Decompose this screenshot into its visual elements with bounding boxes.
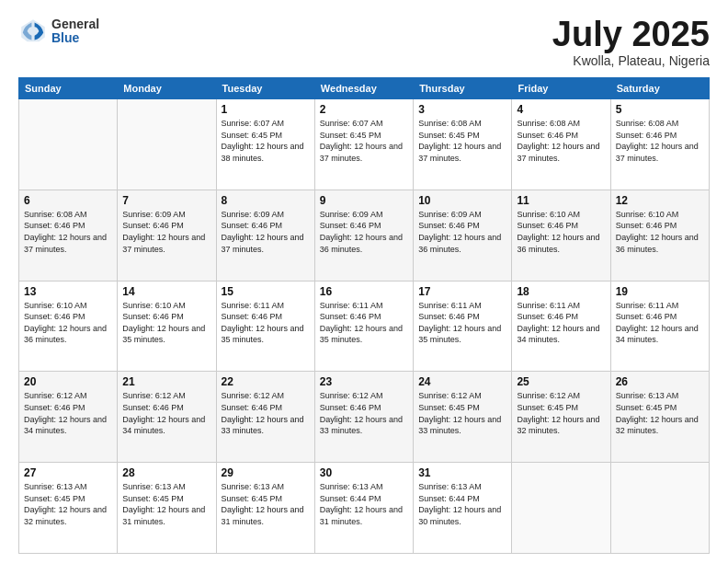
day-number: 27 <box>24 466 112 479</box>
header-tuesday: Tuesday <box>216 78 314 99</box>
table-row <box>610 463 709 554</box>
day-number: 8 <box>222 194 310 207</box>
day-info: Sunrise: 6:13 AMSunset: 6:44 PMDaylight:… <box>418 481 506 527</box>
table-row: 15Sunrise: 6:11 AMSunset: 6:46 PMDayligh… <box>216 281 314 372</box>
day-info: Sunrise: 6:10 AMSunset: 6:46 PMDaylight:… <box>122 300 210 346</box>
day-info: Sunrise: 6:08 AMSunset: 6:46 PMDaylight:… <box>517 118 605 164</box>
day-number: 13 <box>24 285 112 298</box>
day-info: Sunrise: 6:08 AMSunset: 6:46 PMDaylight:… <box>24 209 112 255</box>
day-number: 6 <box>24 194 112 207</box>
day-number: 30 <box>320 466 408 479</box>
day-number: 23 <box>320 375 408 388</box>
day-number: 1 <box>222 103 310 116</box>
day-info: Sunrise: 6:09 AMSunset: 6:46 PMDaylight:… <box>418 209 506 255</box>
table-row: 9Sunrise: 6:09 AMSunset: 6:46 PMDaylight… <box>314 190 413 281</box>
week-row-4: 27Sunrise: 6:13 AMSunset: 6:45 PMDayligh… <box>19 463 710 554</box>
header-wednesday: Wednesday <box>314 78 413 99</box>
day-number: 9 <box>320 194 408 207</box>
day-number: 21 <box>122 375 210 388</box>
table-row: 27Sunrise: 6:13 AMSunset: 6:45 PMDayligh… <box>19 463 118 554</box>
day-info: Sunrise: 6:08 AMSunset: 6:45 PMDaylight:… <box>418 118 506 164</box>
day-number: 3 <box>418 103 506 116</box>
table-row: 26Sunrise: 6:13 AMSunset: 6:45 PMDayligh… <box>610 372 709 463</box>
day-number: 11 <box>517 194 605 207</box>
day-info: Sunrise: 6:11 AMSunset: 6:46 PMDaylight:… <box>418 300 506 346</box>
table-row: 28Sunrise: 6:13 AMSunset: 6:45 PMDayligh… <box>118 463 216 554</box>
calendar-subtitle: Kwolla, Plateau, Nigeria <box>552 53 710 68</box>
table-row: 7Sunrise: 6:09 AMSunset: 6:46 PMDaylight… <box>118 190 216 281</box>
day-number: 28 <box>122 466 210 479</box>
weekday-header-row: Sunday Monday Tuesday Wednesday Thursday… <box>19 78 710 99</box>
table-row: 29Sunrise: 6:13 AMSunset: 6:45 PMDayligh… <box>216 463 314 554</box>
day-info: Sunrise: 6:12 AMSunset: 6:45 PMDaylight:… <box>517 390 605 436</box>
day-info: Sunrise: 6:13 AMSunset: 6:45 PMDaylight:… <box>222 481 310 527</box>
table-row <box>512 463 610 554</box>
table-row: 13Sunrise: 6:10 AMSunset: 6:46 PMDayligh… <box>19 281 118 372</box>
day-info: Sunrise: 6:12 AMSunset: 6:45 PMDaylight:… <box>418 390 506 436</box>
header-monday: Monday <box>118 78 216 99</box>
table-row: 2Sunrise: 6:07 AMSunset: 6:45 PMDaylight… <box>314 99 413 190</box>
day-number: 22 <box>222 375 310 388</box>
day-info: Sunrise: 6:09 AMSunset: 6:46 PMDaylight:… <box>222 209 310 255</box>
table-row: 5Sunrise: 6:08 AMSunset: 6:46 PMDaylight… <box>610 99 709 190</box>
calendar-title: July 2025 <box>552 17 710 52</box>
day-number: 29 <box>222 466 310 479</box>
day-number: 24 <box>418 375 506 388</box>
day-info: Sunrise: 6:12 AMSunset: 6:46 PMDaylight:… <box>222 390 310 436</box>
table-row: 24Sunrise: 6:12 AMSunset: 6:45 PMDayligh… <box>414 372 512 463</box>
day-number: 15 <box>222 285 310 298</box>
day-info: Sunrise: 6:10 AMSunset: 6:46 PMDaylight:… <box>517 209 605 255</box>
day-info: Sunrise: 6:10 AMSunset: 6:46 PMDaylight:… <box>616 209 704 255</box>
day-info: Sunrise: 6:11 AMSunset: 6:46 PMDaylight:… <box>320 300 408 346</box>
day-number: 7 <box>122 194 210 207</box>
table-row: 16Sunrise: 6:11 AMSunset: 6:46 PMDayligh… <box>314 281 413 372</box>
title-block: July 2025 Kwolla, Plateau, Nigeria <box>552 17 710 68</box>
day-number: 2 <box>320 103 408 116</box>
day-info: Sunrise: 6:13 AMSunset: 6:45 PMDaylight:… <box>24 481 112 527</box>
day-number: 16 <box>320 285 408 298</box>
day-info: Sunrise: 6:12 AMSunset: 6:46 PMDaylight:… <box>24 390 112 436</box>
table-row: 1Sunrise: 6:07 AMSunset: 6:45 PMDaylight… <box>216 99 314 190</box>
day-info: Sunrise: 6:12 AMSunset: 6:46 PMDaylight:… <box>320 390 408 436</box>
page: General Blue July 2025 Kwolla, Plateau, … <box>0 0 728 563</box>
table-row: 19Sunrise: 6:11 AMSunset: 6:46 PMDayligh… <box>610 281 709 372</box>
table-row: 25Sunrise: 6:12 AMSunset: 6:45 PMDayligh… <box>512 372 610 463</box>
day-info: Sunrise: 6:11 AMSunset: 6:46 PMDaylight:… <box>616 300 704 346</box>
week-row-0: 1Sunrise: 6:07 AMSunset: 6:45 PMDaylight… <box>19 99 710 190</box>
logo: General Blue <box>18 17 99 46</box>
day-info: Sunrise: 6:12 AMSunset: 6:46 PMDaylight:… <box>122 390 210 436</box>
table-row: 4Sunrise: 6:08 AMSunset: 6:46 PMDaylight… <box>512 99 610 190</box>
table-row <box>118 99 216 190</box>
header-sunday: Sunday <box>19 78 118 99</box>
table-row: 6Sunrise: 6:08 AMSunset: 6:46 PMDaylight… <box>19 190 118 281</box>
table-row: 12Sunrise: 6:10 AMSunset: 6:46 PMDayligh… <box>610 190 709 281</box>
table-row: 30Sunrise: 6:13 AMSunset: 6:44 PMDayligh… <box>314 463 413 554</box>
header-saturday: Saturday <box>610 78 709 99</box>
day-info: Sunrise: 6:11 AMSunset: 6:46 PMDaylight:… <box>517 300 605 346</box>
week-row-3: 20Sunrise: 6:12 AMSunset: 6:46 PMDayligh… <box>19 372 710 463</box>
header: General Blue July 2025 Kwolla, Plateau, … <box>18 17 710 68</box>
table-row <box>19 99 118 190</box>
day-info: Sunrise: 6:13 AMSunset: 6:45 PMDaylight:… <box>616 390 704 436</box>
day-info: Sunrise: 6:10 AMSunset: 6:46 PMDaylight:… <box>24 300 112 346</box>
table-row: 20Sunrise: 6:12 AMSunset: 6:46 PMDayligh… <box>19 372 118 463</box>
table-row: 10Sunrise: 6:09 AMSunset: 6:46 PMDayligh… <box>414 190 512 281</box>
day-number: 25 <box>517 375 605 388</box>
day-info: Sunrise: 6:09 AMSunset: 6:46 PMDaylight:… <box>320 209 408 255</box>
table-row: 21Sunrise: 6:12 AMSunset: 6:46 PMDayligh… <box>118 372 216 463</box>
day-info: Sunrise: 6:13 AMSunset: 6:44 PMDaylight:… <box>320 481 408 527</box>
day-number: 10 <box>418 194 506 207</box>
day-number: 26 <box>616 375 704 388</box>
table-row: 18Sunrise: 6:11 AMSunset: 6:46 PMDayligh… <box>512 281 610 372</box>
day-number: 14 <box>122 285 210 298</box>
table-row: 23Sunrise: 6:12 AMSunset: 6:46 PMDayligh… <box>314 372 413 463</box>
day-number: 31 <box>418 466 506 479</box>
day-info: Sunrise: 6:13 AMSunset: 6:45 PMDaylight:… <box>122 481 210 527</box>
day-info: Sunrise: 6:11 AMSunset: 6:46 PMDaylight:… <box>222 300 310 346</box>
week-row-2: 13Sunrise: 6:10 AMSunset: 6:46 PMDayligh… <box>19 281 710 372</box>
header-friday: Friday <box>512 78 610 99</box>
table-row: 14Sunrise: 6:10 AMSunset: 6:46 PMDayligh… <box>118 281 216 372</box>
logo-general-text: General <box>51 17 99 31</box>
day-info: Sunrise: 6:07 AMSunset: 6:45 PMDaylight:… <box>320 118 408 164</box>
day-number: 20 <box>24 375 112 388</box>
